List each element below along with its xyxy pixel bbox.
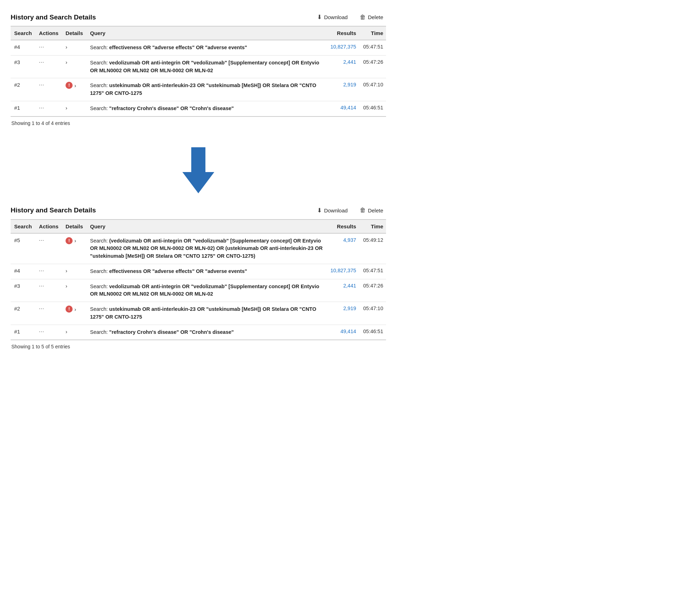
col-header-results-1: Results xyxy=(327,26,360,40)
chevron-right-icon[interactable]: › xyxy=(66,268,67,274)
cell-details[interactable]: !› xyxy=(62,302,86,325)
panel-2-actions: ⬇ Download 🗑 Delete xyxy=(314,205,386,216)
cell-time: 05:47:10 xyxy=(360,78,386,101)
showing-text-1: Showing 1 to 4 of 4 entries xyxy=(11,117,386,130)
cell-time: 05:46:51 xyxy=(360,101,386,116)
query-text: Search: (vedolizumab OR anti-integrin OR… xyxy=(90,238,323,259)
download-button-2[interactable]: ⬇ Download xyxy=(314,205,351,216)
cell-time: 05:47:51 xyxy=(360,40,386,55)
trash-icon-2: 🗑 xyxy=(360,207,366,214)
panel-1: History and Search Details ⬇ Download 🗑 … xyxy=(11,7,386,130)
col-header-query-1: Query xyxy=(86,26,327,40)
download-icon-2: ⬇ xyxy=(317,207,322,214)
chevron-right-icon[interactable]: › xyxy=(66,329,67,335)
cell-details[interactable]: › xyxy=(62,55,86,78)
cell-search: #2 xyxy=(11,302,35,325)
query-text: Search: "refractory Crohn's disease" OR … xyxy=(90,329,234,335)
table-header-row-2: Search Actions Details Query Results Tim… xyxy=(11,219,386,233)
cell-actions[interactable]: ··· xyxy=(35,302,62,325)
table-row: #2···!›Search: ustekinumab OR anti-inter… xyxy=(11,78,386,101)
cell-details[interactable]: › xyxy=(62,264,86,279)
cell-actions[interactable]: ··· xyxy=(35,55,62,78)
chevron-right-icon[interactable]: › xyxy=(66,59,67,65)
cell-time: 05:47:10 xyxy=(360,302,386,325)
cell-details[interactable]: › xyxy=(62,40,86,55)
col-header-details-2: Details xyxy=(62,219,86,233)
chevron-right-icon[interactable]: › xyxy=(66,44,67,50)
table-row: #1···›Search: "refractory Crohn's diseas… xyxy=(11,101,386,116)
cell-search: #1 xyxy=(11,101,35,116)
chevron-right-icon[interactable]: › xyxy=(74,306,76,312)
cell-query: Search: vedolizumab OR anti-integrin OR … xyxy=(86,55,327,78)
cell-search: #3 xyxy=(11,55,35,78)
cell-query: Search: "refractory Crohn's disease" OR … xyxy=(86,101,327,116)
arrow-section xyxy=(11,137,386,200)
table-row: #2···!›Search: ustekinumab OR anti-inter… xyxy=(11,302,386,325)
chevron-right-icon[interactable]: › xyxy=(74,82,76,89)
cell-details[interactable]: › xyxy=(62,101,86,116)
cell-details[interactable]: › xyxy=(62,279,86,302)
cell-details[interactable]: › xyxy=(62,325,86,340)
chevron-right-icon[interactable]: › xyxy=(66,283,67,289)
cell-query: Search: vedolizumab OR anti-integrin OR … xyxy=(86,279,327,302)
down-arrow-icon xyxy=(182,147,214,193)
cell-time: 05:49:12 xyxy=(360,233,386,264)
cell-query: Search: "refractory Crohn's disease" OR … xyxy=(86,325,327,340)
cell-actions[interactable]: ··· xyxy=(35,40,62,55)
cell-search: #2 xyxy=(11,78,35,101)
showing-text-2: Showing 1 to 5 of 5 entries xyxy=(11,340,386,353)
delete-button-2[interactable]: 🗑 Delete xyxy=(357,205,386,215)
cell-time: 05:46:51 xyxy=(360,325,386,340)
download-button-1[interactable]: ⬇ Download xyxy=(314,12,351,22)
cell-actions[interactable]: ··· xyxy=(35,78,62,101)
col-header-search-1: Search xyxy=(11,26,35,40)
cell-query: Search: effectiveness OR "adverse effect… xyxy=(86,40,327,55)
table-header-row-1: Search Actions Details Query Results Tim… xyxy=(11,26,386,40)
chevron-right-icon[interactable]: › xyxy=(66,105,67,111)
cell-results[interactable]: 10,827,375 xyxy=(327,264,360,279)
cell-time: 05:47:51 xyxy=(360,264,386,279)
query-text: Search: ustekinumab OR anti-interleukin-… xyxy=(90,82,316,96)
trash-icon-1: 🗑 xyxy=(360,14,366,21)
cell-actions[interactable]: ··· xyxy=(35,264,62,279)
cell-results[interactable]: 49,414 xyxy=(327,101,360,116)
panel-2-header: History and Search Details ⬇ Download 🗑 … xyxy=(11,200,386,219)
history-table-2: Search Actions Details Query Results Tim… xyxy=(11,219,386,341)
cell-actions[interactable]: ··· xyxy=(35,233,62,264)
cell-results[interactable]: 49,414 xyxy=(327,325,360,340)
delete-button-1[interactable]: 🗑 Delete xyxy=(357,12,386,22)
cell-actions[interactable]: ··· xyxy=(35,325,62,340)
cell-results[interactable]: 2,441 xyxy=(327,279,360,302)
col-header-details-1: Details xyxy=(62,26,86,40)
cell-time: 05:47:26 xyxy=(360,279,386,302)
query-text: Search: vedolizumab OR anti-integrin OR … xyxy=(90,60,319,73)
panel-2: History and Search Details ⬇ Download 🗑 … xyxy=(11,200,386,353)
cell-actions[interactable]: ··· xyxy=(35,279,62,302)
cell-search: #4 xyxy=(11,40,35,55)
chevron-right-icon[interactable]: › xyxy=(74,238,76,244)
panel-2-title: History and Search Details xyxy=(11,206,96,214)
cell-details[interactable]: !› xyxy=(62,78,86,101)
error-icon: ! xyxy=(66,82,73,89)
query-text: Search: vedolizumab OR anti-integrin OR … xyxy=(90,284,319,297)
cell-actions[interactable]: ··· xyxy=(35,101,62,116)
cell-query: Search: ustekinumab OR anti-interleukin-… xyxy=(86,302,327,325)
cell-results[interactable]: 2,441 xyxy=(327,55,360,78)
cell-results[interactable]: 2,919 xyxy=(327,302,360,325)
cell-query: Search: (vedolizumab OR anti-integrin OR… xyxy=(86,233,327,264)
query-text: Search: effectiveness OR "adverse effect… xyxy=(90,45,247,50)
query-text: Search: effectiveness OR "adverse effect… xyxy=(90,268,247,274)
cell-search: #5 xyxy=(11,233,35,264)
error-icon: ! xyxy=(66,306,73,313)
table-row: #3···›Search: vedolizumab OR anti-integr… xyxy=(11,55,386,78)
cell-time: 05:47:26 xyxy=(360,55,386,78)
cell-results[interactable]: 4,937 xyxy=(327,233,360,264)
table-row: #5···!›Search: (vedolizumab OR anti-inte… xyxy=(11,233,386,264)
query-text: Search: "refractory Crohn's disease" OR … xyxy=(90,105,234,111)
table-row: #4···›Search: effectiveness OR "adverse … xyxy=(11,264,386,279)
history-table-1: Search Actions Details Query Results Tim… xyxy=(11,26,386,117)
cell-results[interactable]: 10,827,375 xyxy=(327,40,360,55)
cell-details[interactable]: !› xyxy=(62,233,86,264)
table-row: #1···›Search: "refractory Crohn's diseas… xyxy=(11,325,386,340)
cell-results[interactable]: 2,919 xyxy=(327,78,360,101)
